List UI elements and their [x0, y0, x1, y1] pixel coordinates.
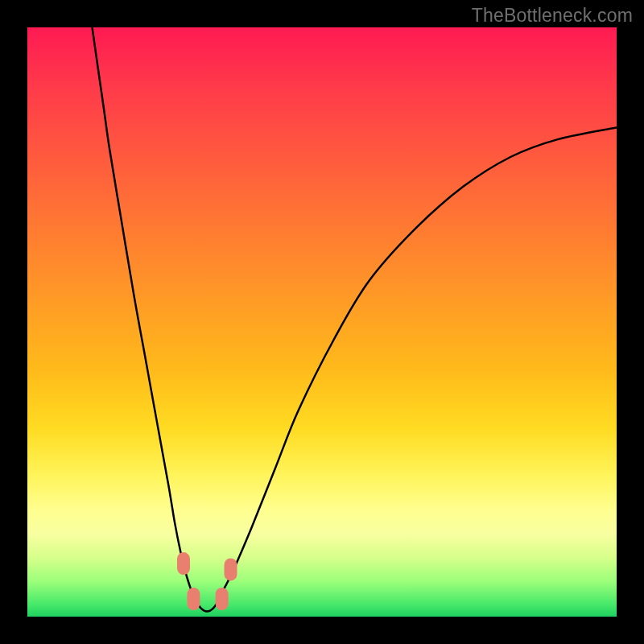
plot-area: [27, 27, 617, 617]
trough-marker: [216, 588, 229, 610]
trough-marker: [225, 558, 237, 580]
watermark-text: TheBottleneck.com: [472, 5, 633, 27]
trough-marker: [177, 552, 190, 575]
trough-marker: [187, 588, 200, 610]
curve-svg: [27, 27, 617, 617]
bottleneck-curve: [93, 27, 617, 612]
chart-frame: TheBottleneck.com: [0, 0, 644, 644]
